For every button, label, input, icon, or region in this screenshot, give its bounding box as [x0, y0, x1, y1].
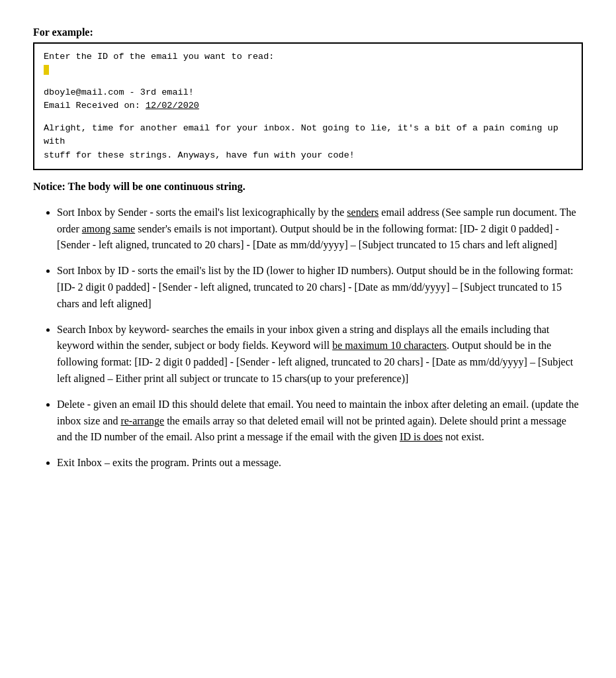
terminal-input-value: 2 [44, 65, 49, 75]
notice-text: Notice: The body will be one continuous … [33, 181, 583, 193]
terminal-sender-line: dboyle@mail.com - 3rd email! [44, 86, 572, 99]
list-item-delete: Delete - given an email ID this should d… [57, 397, 583, 446]
bullet-list: Sort Inbox by Sender - sorts the email's… [33, 205, 583, 471]
underline-senders: senders [347, 207, 378, 218]
list-item-sort-id: Sort Inbox by ID - sorts the email's lis… [57, 263, 583, 312]
terminal-box: Enter the ID of the email you want to re… [33, 42, 583, 170]
underline-among-same: among same [82, 223, 135, 234]
terminal-blank-1 [44, 77, 572, 87]
terminal-prompt-line: Enter the ID of the email you want to re… [44, 50, 572, 64]
list-item-search-keyword: Search Inbox by keyword- searches the em… [57, 322, 583, 387]
terminal-date-prefix: Email Received on: [44, 101, 146, 111]
for-example-label: For example: [33, 26, 583, 38]
list-item-sort-sender: Sort Inbox by Sender - sorts the email's… [57, 205, 583, 254]
terminal-body-line1: Alright, time for another email for your… [44, 122, 572, 149]
underline-be-maximum: be maximum 10 characters [332, 340, 447, 351]
terminal-body-line2: stuff for these strings. Anyways, have f… [44, 149, 572, 162]
underline-re-arrange: re-arrange [120, 415, 164, 426]
list-item-exit-inbox: Exit Inbox – exits the program. Prints o… [57, 455, 583, 471]
terminal-date-line: Email Received on: 12/02/2020 [44, 99, 572, 113]
terminal-input-line: 2 [44, 64, 572, 77]
terminal-date-value: 12/02/2020 [146, 101, 199, 111]
underline-id-is-does: ID is does [400, 431, 443, 442]
terminal-blank-2 [44, 113, 572, 122]
